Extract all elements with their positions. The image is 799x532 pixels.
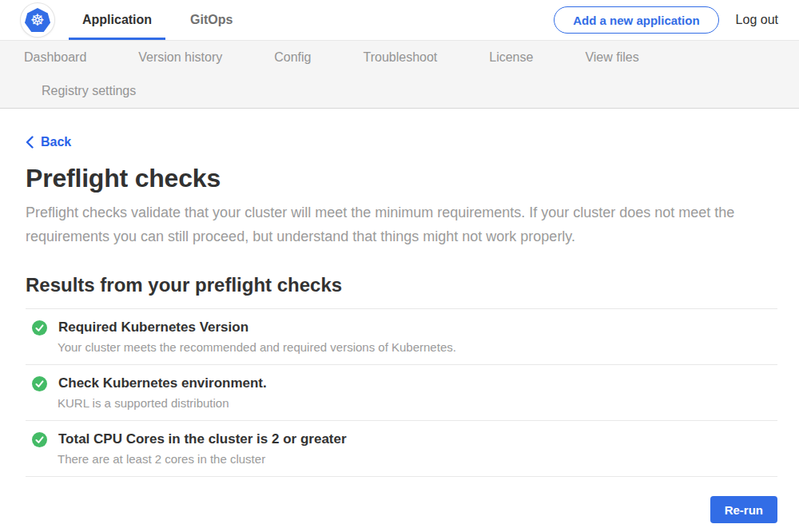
results-heading: Results from your preflight checks bbox=[26, 274, 777, 296]
check-description: Your cluster meets the recommended and r… bbox=[58, 340, 777, 354]
tab-gitops[interactable]: GitOps bbox=[177, 0, 246, 40]
subnav-item-version-history[interactable]: Version history bbox=[138, 41, 222, 74]
subnav-item-view-files[interactable]: View files bbox=[585, 41, 638, 74]
check-description: KURL is a supported distribution bbox=[58, 396, 777, 410]
subnav-item-license[interactable]: License bbox=[489, 41, 533, 74]
top-navbar: ☸ Application GitOps Add a new applicati… bbox=[0, 0, 799, 41]
preflight-check-row: Total CPU Cores in the cluster is 2 or g… bbox=[26, 421, 777, 477]
check-description: There are at least 2 cores in the cluste… bbox=[58, 452, 777, 466]
check-title: Total CPU Cores in the cluster is 2 or g… bbox=[58, 431, 347, 447]
page-title: Preflight checks bbox=[26, 164, 777, 193]
preflight-check-row: Required Kubernetes Version Your cluster… bbox=[26, 309, 777, 365]
navbar-right: Add a new application Log out bbox=[554, 0, 778, 40]
main-content: Back Preflight checks Preflight checks v… bbox=[26, 109, 777, 523]
chevron-left-icon bbox=[26, 136, 34, 149]
preflight-results-list: Required Kubernetes Version Your cluster… bbox=[26, 308, 777, 477]
preflight-check-row: Check Kubernetes environment. KURL is a … bbox=[26, 365, 777, 421]
app-logo: ☸ bbox=[21, 0, 54, 40]
rerun-button[interactable]: Re-run bbox=[710, 496, 777, 523]
check-title: Required Kubernetes Version bbox=[58, 320, 248, 335]
top-tabs: Application GitOps bbox=[69, 0, 246, 40]
logout-link[interactable]: Log out bbox=[736, 13, 778, 27]
check-passed-icon bbox=[32, 320, 47, 335]
add-new-application-button[interactable]: Add a new application bbox=[554, 6, 718, 34]
subnav-item-dashboard[interactable]: Dashboard bbox=[24, 41, 86, 74]
subnav-item-registry-settings[interactable]: Registry settings bbox=[42, 74, 136, 108]
subnav-item-troubleshoot[interactable]: Troubleshoot bbox=[363, 41, 437, 74]
subnav-item-config[interactable]: Config bbox=[274, 41, 311, 74]
check-passed-icon bbox=[32, 376, 47, 391]
page-description: Preflight checks validate that your clus… bbox=[26, 200, 761, 248]
tab-application[interactable]: Application bbox=[69, 0, 165, 40]
back-link[interactable]: Back bbox=[26, 135, 71, 149]
kubernetes-logo-icon: ☸ bbox=[21, 3, 54, 37]
check-title: Check Kubernetes environment. bbox=[58, 375, 267, 391]
actions-row: Re-run bbox=[26, 496, 777, 523]
back-label: Back bbox=[41, 135, 71, 149]
app-subnav: Dashboard Version history Config Trouble… bbox=[0, 41, 799, 109]
check-passed-icon bbox=[32, 432, 47, 447]
